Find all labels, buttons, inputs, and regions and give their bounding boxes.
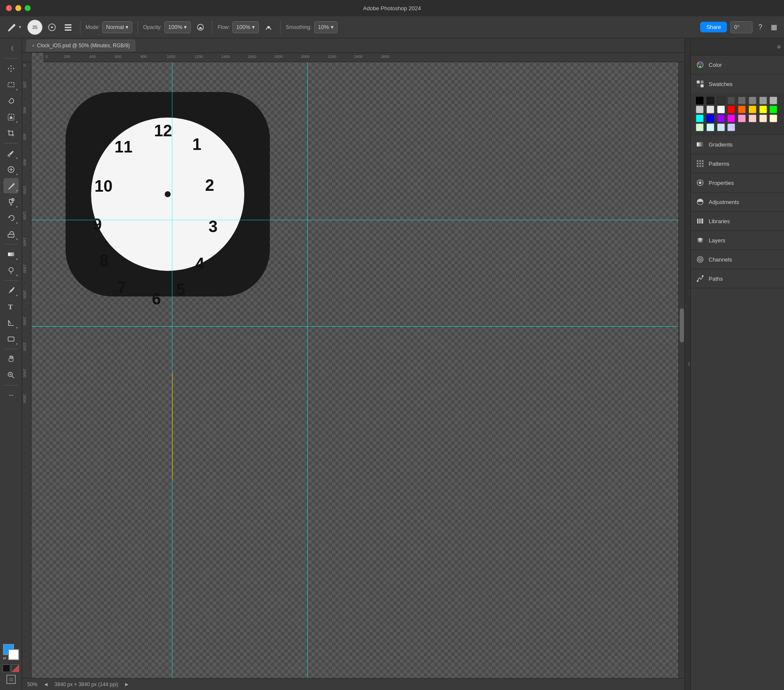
tool-object-select[interactable]: ▾ [3, 109, 19, 125]
tool-eyedropper[interactable]: ▾ [3, 146, 19, 161]
swatch-item-15[interactable] [770, 106, 777, 113]
document-tab[interactable]: × Clock_iOS.psd @ 50% (Minutes, RGB/8) [26, 40, 135, 52]
swatch-item-7[interactable] [770, 97, 777, 104]
tool-move[interactable] [3, 61, 19, 76]
right-panel-collapse[interactable]: 《 [684, 38, 690, 690]
tool-dodge[interactable]: ▾ [3, 263, 19, 278]
brush-tool-icon[interactable]: ▼ [4, 21, 25, 34]
swatch-item-4[interactable] [738, 97, 746, 104]
brush-settings-button[interactable] [61, 21, 75, 33]
canvas-content[interactable]: 12 1 2 3 4 5 6 7 8 9 10 11 [31, 62, 684, 678]
swatch-item-6[interactable] [759, 97, 767, 104]
swatch-item-22[interactable] [759, 115, 767, 122]
properties-section-header[interactable]: Properties [691, 173, 784, 192]
tool-shape[interactable]: ▾ [3, 331, 19, 347]
tab-close-btn[interactable]: × [32, 43, 34, 48]
opacity-value-display[interactable]: 100% ▾ [164, 21, 191, 33]
paths-section-header[interactable]: Paths [691, 269, 784, 288]
swatch-item-9[interactable] [707, 106, 714, 113]
swatch-item-2[interactable] [717, 97, 725, 104]
swatch-item-13[interactable] [749, 106, 756, 113]
swatch-item-11[interactable] [727, 106, 735, 113]
smoothing-value-display[interactable]: 10% ▾ [314, 21, 338, 33]
clock-icon[interactable]: 12 1 2 3 4 5 6 7 8 9 10 11 [66, 92, 270, 313]
tool-history-brush[interactable]: ▾ [3, 210, 19, 226]
tool-lasso[interactable] [3, 93, 19, 109]
help-button[interactable]: ? [756, 22, 765, 33]
tool-zoom[interactable] [3, 368, 19, 383]
panel-section-channels: Channels [691, 250, 784, 269]
swatch-item-14[interactable] [759, 106, 767, 113]
tool-brush[interactable]: ▾ [3, 178, 19, 193]
tool-arrow-eraser: ▾ [16, 238, 18, 241]
swatch-item-10[interactable] [717, 106, 725, 113]
pressure-flow-toggle[interactable] [262, 22, 275, 33]
quick-mask-toggle[interactable] [3, 664, 19, 672]
adjustments-section-header[interactable]: Adjustments [691, 193, 784, 211]
channels-section-header[interactable]: Channels [691, 250, 784, 269]
swatch-item-26[interactable] [717, 124, 725, 131]
tool-crop[interactable] [3, 126, 19, 141]
tool-text[interactable]: T [3, 299, 19, 314]
swatch-item-20[interactable] [738, 115, 746, 122]
minimize-button[interactable] [15, 5, 21, 11]
channels-icon [696, 255, 704, 264]
tool-clone-stamp[interactable]: ▾ [3, 194, 19, 210]
swatch-item-0[interactable] [696, 97, 704, 104]
tool-marquee[interactable]: ▾ [3, 77, 19, 92]
layers-section-header[interactable]: Layers [691, 231, 784, 250]
scrollbar-thumb-vertical[interactable] [680, 308, 684, 342]
tool-gradient[interactable]: ▾ [3, 247, 19, 262]
tool-eraser[interactable]: ▾ [3, 227, 19, 242]
tool-pen[interactable]: ▾ [3, 283, 19, 298]
swatch-item-1[interactable] [707, 97, 714, 104]
swatch-item-8[interactable] [696, 106, 704, 113]
swap-colors-icon[interactable]: ⇄ [3, 656, 6, 660]
panel-section-adjustments: Adjustments [691, 193, 784, 212]
smoothing-value: 10% [318, 24, 329, 30]
panel-toggle-button[interactable]: ▦ [768, 21, 780, 33]
swatch-item-23[interactable] [770, 115, 777, 122]
status-arrow-left[interactable]: ◀ [44, 682, 48, 687]
swatch-item-24[interactable] [696, 124, 704, 131]
mode-value: Normal [106, 24, 124, 30]
tool-healing[interactable]: ▾ [3, 162, 19, 177]
canvas-scrollbar-vertical[interactable] [678, 62, 684, 678]
tool-extra[interactable]: ··· [3, 388, 19, 403]
color-section-header[interactable]: Color [691, 55, 784, 74]
gradients-section-header[interactable]: Gradients [691, 135, 784, 154]
canvas-area[interactable]: 0 200 400 600 800 1000 1200 1400 1600 18… [22, 53, 684, 678]
airbrush-toggle[interactable] [45, 21, 59, 33]
status-arrow-right[interactable]: ▶ [125, 682, 129, 687]
swatch-item-21[interactable] [749, 115, 756, 122]
mode-dropdown[interactable]: Normal ▾ [102, 21, 132, 33]
share-button[interactable]: Share [700, 22, 727, 32]
swatch-item-27[interactable] [727, 124, 735, 131]
swatch-item-3[interactable] [727, 97, 735, 104]
swatch-item-17[interactable] [707, 115, 714, 122]
tool-path-select[interactable]: ▾ [3, 315, 19, 331]
guide-vertical-2 [307, 62, 308, 678]
flow-value-display[interactable]: 100% ▾ [232, 21, 259, 33]
panel-header-toggle[interactable]: ≡ [777, 43, 781, 50]
background-color[interactable] [8, 649, 19, 660]
close-button[interactable] [6, 5, 12, 11]
swatch-item-18[interactable] [717, 115, 725, 122]
toolbar-divider-4 [280, 21, 280, 34]
screen-mode-icon[interactable]: ⊡ [6, 675, 16, 684]
left-toolbar-collapse[interactable]: 《 [3, 41, 19, 56]
traffic-lights[interactable] [6, 5, 31, 11]
swatches-section-header[interactable]: Swatches [691, 75, 784, 93]
swatch-item-16[interactable] [696, 115, 704, 122]
tool-hand[interactable] [3, 351, 19, 367]
patterns-section-header[interactable]: Patterns [691, 154, 784, 173]
swatch-item-19[interactable] [727, 115, 735, 122]
brush-size-preview[interactable]: 35 [27, 20, 43, 35]
angle-display[interactable]: 0° [730, 21, 753, 33]
swatch-item-12[interactable] [738, 106, 746, 113]
pressure-opacity-toggle[interactable] [194, 22, 207, 33]
swatch-item-5[interactable] [749, 97, 756, 104]
maximize-button[interactable] [25, 5, 31, 11]
libraries-section-header[interactable]: Libraries [691, 212, 784, 230]
swatch-item-25[interactable] [707, 124, 714, 131]
